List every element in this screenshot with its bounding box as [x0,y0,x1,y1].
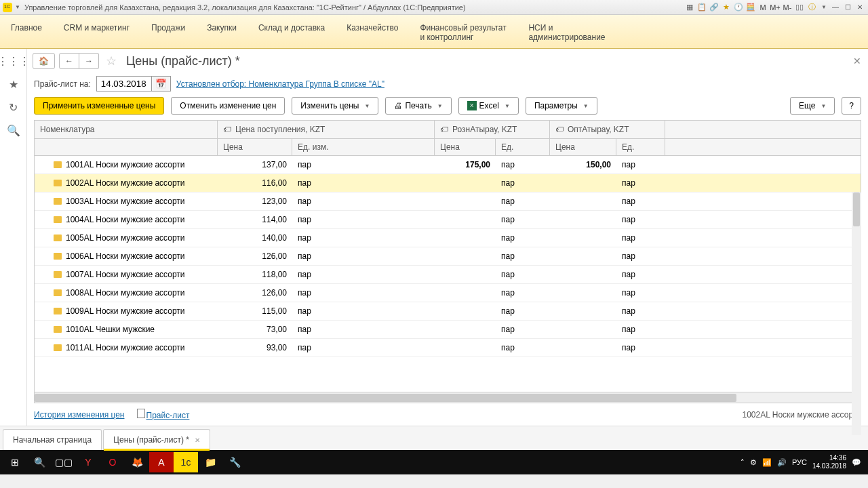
start-button[interactable]: ⊞ [3,452,27,472]
cell-unit1[interactable]: пар [292,233,435,243]
memory-m-button[interactable]: M [757,2,769,13]
help-button[interactable]: ? [842,97,861,115]
cell-price3[interactable]: 150,00 [550,160,616,169]
date-input[interactable] [96,76,152,92]
cell-unit3[interactable]: пар [616,178,665,188]
cell-price2[interactable]: 175,00 [435,160,496,169]
cell-unit1[interactable]: пар [292,343,435,352]
cell-unit3[interactable]: пар [616,197,665,206]
pricelist-link[interactable]: Прайс-лист [146,411,190,420]
cell-unit2[interactable]: пар [496,325,550,334]
cell-unit2[interactable]: пар [496,197,550,206]
cell-unit2[interactable]: пар [496,233,550,243]
grid-body[interactable]: 1001AL Носки мужские ассорти137,00пар175… [35,156,861,392]
cell-unit1[interactable]: пар [292,325,435,334]
notifications-icon[interactable]: 💬 [852,458,861,467]
table-row[interactable]: 1011AL Носки мужские ассорти93,00парпарп… [35,339,861,357]
menu-warehouse[interactable]: Склад и доставка [248,19,336,37]
col-price-retail[interactable]: 🏷РознАтырау, KZT [435,121,550,138]
favorite-star-icon[interactable]: ☆ [106,54,117,68]
menu-sales[interactable]: Продажи [140,19,196,37]
table-row[interactable]: 1002AL Носки мужские ассорти116,00парпар… [35,174,861,192]
table-row[interactable]: 1007AL Носки мужские ассорти118,00парпар… [35,266,861,284]
more-button[interactable]: Еще▼ [790,97,835,115]
cell-unit2[interactable]: пар [496,251,550,261]
memory-mminus-button[interactable]: M- [781,2,793,13]
cell-price1[interactable]: 126,00 [218,251,292,261]
minimize-button[interactable]: — [830,2,841,13]
close-button[interactable]: ✕ [854,2,865,13]
col-nomenclature[interactable]: Номенклатура [35,121,218,138]
opera-icon[interactable]: O [100,452,125,472]
firefox-icon[interactable]: 🦊 [125,452,149,472]
home-button[interactable]: 🏠 [33,53,55,69]
menu-nsi[interactable]: НСИ и администрирование [517,19,612,46]
cell-unit1[interactable]: пар [292,251,435,261]
cell-price1[interactable]: 73,00 [218,325,292,334]
cell-unit1[interactable]: пар [292,160,435,169]
apply-changes-button[interactable]: Применить измененные цены [34,97,164,115]
cell-unit1[interactable]: пар [292,306,435,316]
cell-unit3[interactable]: пар [616,160,665,169]
table-row[interactable]: 1006AL Носки мужские ассорти126,00парпар… [35,247,861,266]
network-icon[interactable]: 📶 [762,458,772,467]
change-prices-button[interactable]: Изменить цены▼ [292,97,378,115]
toolbar-icon[interactable]: 🕐 [732,2,745,13]
date-picker-button[interactable]: 📅 [152,76,171,92]
1c-app-icon[interactable]: 1c [174,452,198,472]
tab-prices[interactable]: Цены (прайс-лист) *✕ [103,429,210,450]
cell-unit2[interactable]: пар [496,343,550,352]
toolbar-icon[interactable]: 📋 [696,2,708,13]
cell-price1[interactable]: 114,00 [218,215,292,224]
table-row[interactable]: 1003AL Носки мужские ассорти123,00парпар… [35,192,861,211]
browser-icon[interactable]: Y [76,452,100,472]
excel-button[interactable]: XExcel▼ [458,97,519,115]
app-menu-dropdown-icon[interactable]: ▼ [15,4,20,10]
cell-unit3[interactable]: пар [616,306,665,316]
calculator-icon[interactable]: 🧮 [745,2,757,13]
close-icon[interactable]: ✕ [195,436,200,444]
favorite-icon[interactable]: ★ [720,2,732,13]
menu-crm[interactable]: CRM и маркетинг [53,19,140,37]
params-button[interactable]: Параметры▼ [526,97,597,115]
app-icon[interactable]: 🔧 [222,452,247,472]
apps-icon[interactable]: ⋮⋮⋮ [7,54,20,68]
memory-mplus-button[interactable]: M+ [769,2,781,13]
subcol-price[interactable]: Цена [218,139,292,155]
menu-purchases[interactable]: Закупки [196,19,248,37]
acrobat-icon[interactable]: A [149,452,174,472]
cell-price1[interactable]: 118,00 [218,270,292,279]
tab-start-page[interactable]: Начальная страница [3,429,102,450]
language-indicator[interactable]: РУС [792,458,807,466]
cell-unit3[interactable]: пар [616,288,665,298]
cell-unit2[interactable]: пар [496,306,550,316]
table-row[interactable]: 1010AL Чешки мужские73,00парпарпар [35,321,861,339]
menu-treasury[interactable]: Казначейство [336,19,409,37]
cell-price1[interactable]: 93,00 [218,343,292,352]
cell-price1[interactable]: 123,00 [218,197,292,206]
filter-link[interactable]: Установлен отбор: Номенклатура Группа В … [176,79,384,89]
cell-unit3[interactable]: пар [616,325,665,334]
cell-price1[interactable]: 140,00 [218,233,292,243]
cell-unit1[interactable]: пар [292,288,435,298]
table-row[interactable]: 1001AL Носки мужские ассорти137,00пар175… [35,156,861,174]
menu-main[interactable]: Главное [0,19,53,37]
star-icon[interactable]: ★ [7,77,20,91]
dropdown-icon[interactable]: ▼ [818,2,830,13]
cell-unit3[interactable]: пар [616,343,665,352]
table-row[interactable]: 1005AL Носки мужские ассорти140,00парпар… [35,229,861,247]
info-icon[interactable]: ⓘ [806,2,818,13]
search-icon[interactable]: 🔍 [7,123,20,137]
close-page-button[interactable]: ✕ [853,56,861,66]
tray-up-icon[interactable]: ˄ [741,458,745,467]
cell-unit2[interactable]: пар [496,178,550,188]
cell-unit1[interactable]: пар [292,215,435,224]
cell-price1[interactable]: 126,00 [218,288,292,298]
print-button[interactable]: Печать▼ [385,97,451,115]
cell-unit3[interactable]: пар [616,215,665,224]
cell-unit2[interactable]: пар [496,288,550,298]
subcol-unit[interactable]: Ед. изм. [292,139,435,155]
col-price-incoming[interactable]: 🏷Цена поступления, KZT [218,121,435,138]
cancel-changes-button[interactable]: Отменить изменение цен [171,97,285,115]
cell-unit1[interactable]: пар [292,270,435,279]
